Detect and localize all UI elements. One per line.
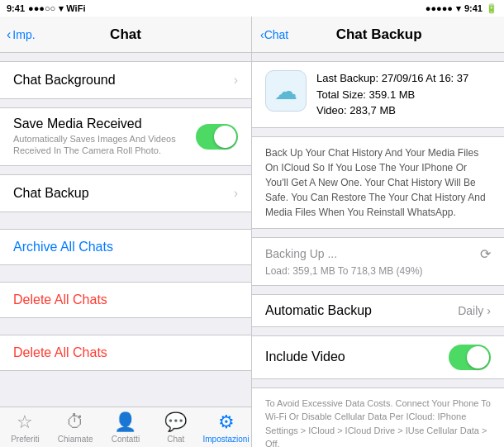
tab-contatti[interactable]: 👤 Contatti: [101, 411, 151, 444]
wifi-icon: ▾ WiFi: [59, 3, 85, 14]
progress-section: Backing Up ... ⟳ Load: 359,1 MB To 718,3…: [252, 237, 504, 286]
chat-backup-group: Chat Backup ›: [0, 174, 251, 212]
battery-icon: 🔋: [486, 3, 497, 14]
include-video-label: Include Video: [265, 350, 345, 364]
delete-chats-label-1: Delete All Chats: [13, 292, 107, 307]
archive-chats-label: Archive All Chats: [13, 240, 113, 254]
delete-chats-item-1[interactable]: Delete All Chats: [0, 282, 251, 318]
tab-chat-icon: 💬: [164, 411, 187, 433]
tab-impostazioni-icon: ⚙: [218, 411, 235, 433]
right-nav-bar: ‹ Chat Chat Backup: [252, 17, 504, 53]
tab-contatti-icon: 👤: [114, 411, 136, 433]
right-nav-title: Chat Backup: [336, 26, 422, 43]
tab-preferiti-label: Preferiti: [11, 435, 39, 444]
last-backup-line: Last Backup: 27/09/16 At 16: 37: [316, 70, 491, 87]
tab-chiamate-label: Chiamate: [58, 435, 93, 444]
progress-label: Backing Up ...: [265, 247, 337, 260]
tab-chiamate[interactable]: ⏱ Chiamate: [50, 411, 101, 444]
save-media-title: Save Media Received: [13, 117, 196, 131]
right-panel: ‹ Chat Chat Backup ☁ Last Backup: 27/09/…: [252, 17, 504, 447]
chat-backup-item[interactable]: Chat Backup ›: [0, 175, 251, 212]
auto-backup-label: Automatic Backup: [265, 303, 372, 318]
tab-chat-label: Chat: [167, 435, 184, 444]
status-bar-right: ●●●●● ▾ 9:41 🔋: [426, 3, 497, 14]
tab-chat[interactable]: 💬 Chat: [150, 411, 201, 444]
wifi-right: ▾: [456, 3, 461, 14]
auto-backup-row[interactable]: Automatic Backup Daily ›: [252, 294, 504, 327]
backup-description-text: Back Up Your Chat History And Your Media…: [265, 147, 486, 218]
include-video-toggle-knob: [467, 346, 489, 369]
left-nav-title: Chat: [110, 26, 141, 43]
tab-chiamate-icon: ⏱: [66, 411, 84, 433]
cloud-icon: ☁: [274, 78, 297, 105]
tab-impostazioni-label: Impostazioni: [203, 435, 250, 444]
left-nav-back[interactable]: ‹ Imp.: [7, 27, 36, 42]
cellular-note: To Avoid Excessive Data Costs. Connect Y…: [252, 388, 504, 448]
tab-impostazioni[interactable]: ⚙ Impostazioni: [201, 411, 251, 444]
tab-preferiti-icon: ☆: [17, 411, 33, 433]
chat-backup-chevron: ›: [234, 186, 238, 201]
right-nav-back-label: Chat: [264, 28, 289, 41]
tab-contatti-label: Contatti: [112, 435, 140, 444]
auto-backup-chevron: ›: [487, 304, 491, 317]
save-media-item: Save Media Received Automatically Saves …: [0, 108, 251, 165]
progress-sub: Load: 359,1 MB To 718,3 MB (49%): [265, 265, 491, 277]
delete-chats-item-2[interactable]: Delete All Chats: [0, 335, 251, 371]
chat-background-group: Chat Background ›: [0, 61, 251, 99]
toggle-knob: [214, 126, 236, 148]
chat-backup-text: Chat Backup: [13, 186, 227, 201]
progress-row: Backing Up ... ⟳: [265, 246, 491, 262]
left-nav-bar: ‹ Imp. Chat: [0, 17, 251, 53]
right-scroll: ☁ Last Backup: 27/09/16 At 16: 37 Total …: [252, 53, 504, 447]
cellular-note-text: To Avoid Excessive Data Costs. Connect Y…: [265, 398, 491, 448]
backup-description: Back Up Your Chat History And Your Media…: [252, 136, 504, 229]
time-left: 9:41: [7, 3, 25, 13]
save-media-text: Save Media Received Automatically Saves …: [13, 117, 196, 157]
backup-info-section: ☁ Last Backup: 27/09/16 At 16: 37 Total …: [252, 61, 504, 128]
delete-chats-label-2: Delete All Chats: [13, 345, 107, 359]
status-bar-left: 9:41 ●●●○○ ▾ WiFi: [7, 3, 85, 14]
video-size-line: Video: 283,7 MB: [316, 102, 491, 119]
total-size-line: Total Size: 359.1 MB: [316, 87, 491, 103]
signal-right: ●●●●●: [426, 3, 453, 13]
auto-backup-value: Daily ›: [458, 304, 491, 317]
right-nav-back[interactable]: ‹ Chat: [260, 28, 288, 41]
save-media-sub: Automatically Saves Images And Videos Re…: [13, 133, 196, 157]
main-split: ‹ Imp. Chat Chat Background ›: [0, 17, 504, 447]
save-media-group: Save Media Received Automatically Saves …: [0, 107, 251, 166]
archive-chats-item[interactable]: Archive All Chats: [0, 229, 251, 265]
chat-background-chevron: ›: [234, 73, 238, 88]
spinner-icon: ⟳: [480, 246, 491, 262]
backup-details: Last Backup: 27/09/16 At 16: 37 Total Si…: [316, 70, 491, 119]
chat-background-text: Chat Background: [13, 73, 227, 88]
left-panel: ‹ Imp. Chat Chat Background ›: [0, 17, 252, 447]
left-nav-back-label: Imp.: [12, 28, 35, 41]
save-media-toggle[interactable]: [196, 124, 238, 150]
chat-background-title: Chat Background: [13, 73, 227, 88]
signal-left: ●●●○○: [28, 3, 55, 13]
back-chevron-icon: ‹: [7, 27, 11, 42]
chat-background-item[interactable]: Chat Background ›: [0, 62, 251, 98]
tab-bar: ☆ Preferiti ⏱ Chiamate 👤 Contatti 💬 Chat…: [0, 407, 251, 447]
chat-backup-title: Chat Backup: [13, 186, 227, 201]
include-video-row: Include Video: [252, 335, 504, 379]
cloud-icon-wrap: ☁: [265, 70, 307, 112]
left-settings-scroll: Chat Background › Save Media Received Au…: [0, 53, 251, 407]
status-bar: 9:41 ●●●○○ ▾ WiFi ●●●●● ▾ 9:41 🔋: [0, 0, 504, 17]
auto-backup-value-text: Daily: [458, 304, 483, 317]
include-video-toggle[interactable]: [449, 345, 491, 370]
time-right: 9:41: [464, 3, 483, 13]
tab-preferiti[interactable]: ☆ Preferiti: [0, 411, 50, 444]
